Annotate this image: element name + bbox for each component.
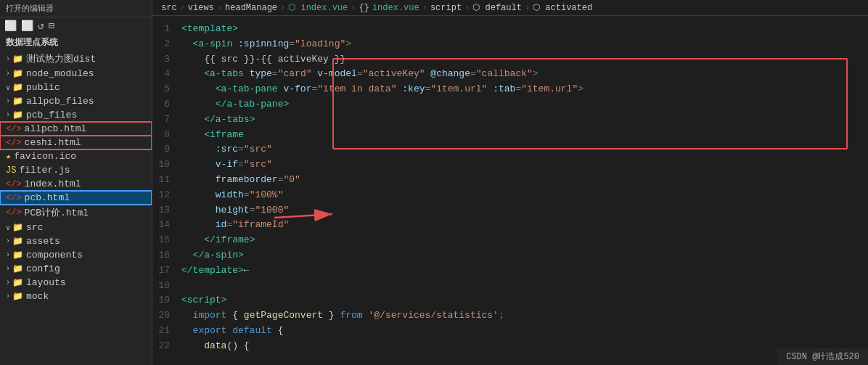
sidebar-item-label: mock xyxy=(26,291,49,302)
sidebar-item-favicon[interactable]: ★ favicon.ico xyxy=(0,149,152,163)
folder-icon: 📁 xyxy=(12,68,23,79)
sidebar-item-label: pcb_files xyxy=(26,110,77,120)
sidebar-item-src[interactable]: ∨ 📁 src xyxy=(0,221,152,234)
bc-indexvue2: index.vue xyxy=(372,3,419,13)
html-icon: </> xyxy=(6,193,22,203)
folder-icon: 📁 xyxy=(12,82,23,93)
code-line: <iframe xyxy=(181,128,868,143)
line-numbers: 12345678910111213141516171819202122 xyxy=(152,16,181,365)
chevron-icon: › xyxy=(6,251,10,259)
line-number: 2 xyxy=(152,37,176,52)
code-line: </iframe> xyxy=(181,233,868,248)
sidebar-item-allpcb-files[interactable]: › 📁 allpcb_files xyxy=(0,94,152,108)
folder-icon: 📁 xyxy=(12,277,23,288)
sidebar-item-label: allpcb_files xyxy=(26,96,94,107)
sidebar-item-pcb-calc-html[interactable]: </> PCB计价.html xyxy=(0,205,152,221)
sidebar-item-label: src xyxy=(26,222,43,233)
code-line: </a-tab-pane> xyxy=(181,97,868,112)
html-icon: </> xyxy=(6,138,22,148)
line-number: 22 xyxy=(152,339,176,354)
sidebar-item-label: filter.js xyxy=(19,165,70,176)
line-number: 6 xyxy=(152,97,176,112)
code-line: data() { xyxy=(181,339,868,354)
new-folder-icon[interactable]: ⬜ xyxy=(21,20,33,32)
code-line: v-if="src" xyxy=(181,157,868,173)
chevron-icon: › xyxy=(6,111,10,119)
js-icon: JS xyxy=(6,165,16,176)
sidebar-header: 打开的编辑器 xyxy=(0,0,152,17)
chevron-icon: › xyxy=(6,55,10,63)
line-number: 12 xyxy=(152,188,176,203)
bc-views: views xyxy=(188,3,214,13)
breadcrumb: src › views › headManage › ⬡ index.vue ›… xyxy=(152,0,868,16)
sidebar-item-ceshi-html[interactable]: </> ceshi.html xyxy=(0,136,152,149)
code-line: </a-tabs> xyxy=(181,112,868,128)
sidebar-item-pcb-files[interactable]: › 📁 pcb_files xyxy=(0,108,152,122)
sidebar-item-assets[interactable]: › 📁 assets xyxy=(0,234,152,248)
sidebar-item-allpcb-html[interactable]: </> allpcb.html xyxy=(0,122,152,136)
sidebar-item-public[interactable]: ∨ 📁 public xyxy=(0,81,152,94)
sidebar-item-dist[interactable]: › 📁 测试热力图dist xyxy=(0,51,152,67)
sidebar-item-index-html[interactable]: </> index.html xyxy=(0,177,152,191)
code-line xyxy=(181,279,868,294)
sidebar-item-label: public xyxy=(26,82,60,93)
bc-indexvue1: ⬡ index.vue xyxy=(288,2,348,13)
code-line: </a-spin> xyxy=(181,248,868,263)
line-number: 1 xyxy=(152,22,176,37)
sidebar-item-label: pcb.html xyxy=(25,192,70,203)
code-line: </template>← xyxy=(181,263,868,279)
sidebar-section-title: 数据理点系统 xyxy=(0,34,152,51)
line-number: 11 xyxy=(152,173,176,188)
line-number: 3 xyxy=(152,52,176,67)
bc-src: src xyxy=(161,3,177,13)
folder-icon: 📁 xyxy=(12,54,23,65)
sidebar-item-pcb-html[interactable]: </> pcb.html xyxy=(0,191,152,205)
html-icon: </> xyxy=(6,124,22,134)
sidebar-item-label: allpcb.html xyxy=(25,123,87,134)
sidebar-item-label: assets xyxy=(26,236,60,247)
code-line: <script> xyxy=(181,293,868,308)
sidebar-item-label: ceshi.html xyxy=(25,137,81,148)
code-line: id="iframeId" xyxy=(181,218,868,233)
sidebar-item-filter-js[interactable]: JS filter.js xyxy=(0,163,152,177)
new-file-icon[interactable]: ⬜ xyxy=(4,20,17,32)
line-number: 18 xyxy=(152,279,176,294)
sidebar-toolbar: ⬜ ⬜ ↺ ⊟ xyxy=(0,17,152,34)
sidebar-item-mock[interactable]: › 📁 mock xyxy=(0,290,152,303)
sidebar-item-node-modules[interactable]: › 📁 node_modules xyxy=(0,67,152,81)
bottom-bar: CSDN @叶浩成520 xyxy=(777,348,868,365)
editor-area: src › views › headManage › ⬡ index.vue ›… xyxy=(152,0,868,365)
code-line: <a-tab-pane v-for="item in data" :key="i… xyxy=(181,82,868,97)
sidebar-item-label: favicon.ico xyxy=(14,151,76,162)
refresh-icon[interactable]: ↺ xyxy=(38,20,44,32)
bc-script: script xyxy=(430,3,462,13)
sidebar-item-components[interactable]: › 📁 components xyxy=(0,248,152,262)
code-line: <template> xyxy=(181,22,868,37)
chevron-icon: › xyxy=(6,237,10,245)
code-content[interactable]: <template> <a-spin :spinning="loading"> … xyxy=(181,16,868,365)
bc-default: ⬡ default xyxy=(472,2,522,13)
code-line: <a-spin :spinning="loading"> xyxy=(181,37,868,52)
chevron-icon: › xyxy=(6,279,10,287)
line-number: 17 xyxy=(152,263,176,279)
code-line: import { getPageConvert } from '@/servic… xyxy=(181,308,868,324)
code-line: width="100%" xyxy=(181,188,868,203)
sidebar-item-layouts[interactable]: › 📁 layouts xyxy=(0,276,152,290)
sidebar: 打开的编辑器 ⬜ ⬜ ↺ ⊟ 数据理点系统 › 📁 测试热力图dist › 📁 … xyxy=(0,0,152,365)
sidebar-item-label: node_modules xyxy=(26,68,94,79)
code-line: :src="src" xyxy=(181,142,868,157)
code-line: height="1000" xyxy=(181,203,868,218)
code-line: frameborder="0" xyxy=(181,173,868,188)
code-line: export default { xyxy=(181,324,868,339)
collapse-icon[interactable]: ⊟ xyxy=(48,20,54,32)
code-wrapper: 12345678910111213141516171819202122 <tem… xyxy=(152,16,868,365)
folder-icon: 📁 xyxy=(12,291,23,302)
html-icon: </> xyxy=(6,179,22,189)
star-icon: ★ xyxy=(6,151,11,162)
line-number: 9 xyxy=(152,142,176,157)
chevron-icon: ∨ xyxy=(6,223,10,232)
sidebar-item-label: 测试热力图dist xyxy=(26,52,96,65)
sidebar-item-config[interactable]: › 📁 config xyxy=(0,262,152,276)
folder-icon: 📁 xyxy=(12,263,23,274)
chevron-icon: › xyxy=(6,97,10,105)
